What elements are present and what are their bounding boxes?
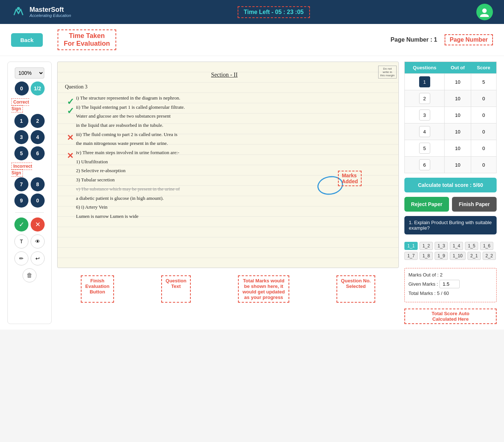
num-btn-5[interactable]: 5 (14, 146, 28, 160)
divider-1 (15, 212, 44, 213)
given-marks-input[interactable] (439, 280, 460, 288)
finish-paper-button[interactable]: Finish Paper (452, 197, 497, 212)
q-cell: 5 (405, 140, 445, 157)
question-text-annotation: QuestionText (161, 275, 191, 303)
chip-1-10[interactable]: 1_10 (450, 252, 466, 260)
table-row: 2 10 0 (405, 90, 497, 107)
out-of-cell: 10 (445, 123, 471, 140)
cross-button[interactable]: ✕ (31, 217, 45, 232)
q-button-5[interactable]: 5 (419, 143, 430, 154)
total-marks-row: Total Marks : 5 / 60 (408, 290, 493, 296)
sub-question-chips: 1_1 1_2 1_3 1_4 1_5 1_6 1_7 1_8 1_9 1_10… (404, 242, 497, 260)
main-content: 100% 50% 75% 125% 150% 0 1/2 CorrectSign… (0, 56, 504, 330)
check-cross-buttons: ✓ ✕ (14, 217, 45, 232)
table-row: 1 10 5 (405, 74, 497, 90)
num-btn-1[interactable]: 1 (14, 114, 28, 128)
marks-info-panel: Marks Out of : 2 Given Marks : Total Mar… (404, 268, 497, 302)
chip-2-1[interactable]: 2_1 (467, 252, 481, 260)
answer-line-14: Lumen is narrow Lumen is wide (65, 212, 384, 221)
logo-text-area: MasterSoft Accelerating Education (30, 6, 71, 18)
section-title: Section - II (65, 69, 384, 80)
left-toolbar: 100% 50% 75% 125% 150% 0 1/2 CorrectSign… (7, 62, 52, 324)
score-cell: 0 (471, 123, 496, 140)
trash-button[interactable]: 🗑 (23, 268, 37, 282)
logo-sub: Accelerating Education (30, 13, 71, 18)
check-button[interactable]: ✓ (14, 217, 28, 232)
finish-eval-annotation: FinishEvaluationButton (81, 275, 114, 303)
paper-content: Section - II Question 3 ✓ i) The structu… (65, 69, 384, 221)
pencil-undo-buttons: ✏ ↩ (14, 251, 45, 265)
cross-mark-2: ✕ (67, 148, 73, 164)
col-questions: Questions (405, 62, 445, 74)
svg-point-2 (482, 8, 487, 13)
score-cell: 0 (471, 90, 496, 107)
out-of-cell: 10 (445, 140, 471, 157)
eye-button[interactable]: 👁 (31, 234, 45, 248)
time-taken-label: Time Taken For Evaluation (58, 29, 116, 50)
answer-line-3: Water and glucose are the two substances… (65, 112, 384, 121)
q-button-4[interactable]: 4 (419, 126, 430, 137)
num-btn-0[interactable]: 0 (31, 194, 45, 208)
chip-1-4[interactable]: 1_4 (450, 242, 463, 250)
score-table-body: 1 10 5 2 10 0 3 10 0 4 10 0 (405, 74, 497, 173)
marks-added-label: MarksAdded (338, 171, 362, 186)
answer-paper: Do notwrite inthis margin Section - II Q… (57, 62, 399, 268)
timer-display: Time Left - 05 : 23 :05 (238, 6, 310, 18)
q-button-3[interactable]: 3 (419, 109, 430, 121)
answer-line-4: in the liquid that are reabsorbed in the… (65, 121, 384, 130)
svg-point-1 (17, 7, 20, 10)
chip-1-9[interactable]: 1_9 (435, 252, 448, 260)
undo-button[interactable]: ↩ (31, 251, 45, 265)
zero-half-buttons: 0 1/2 (15, 81, 45, 95)
chip-2-2[interactable]: 2_2 (483, 252, 496, 260)
q-cell: 2 (405, 90, 445, 107)
chip-1-8[interactable]: 1_8 (420, 252, 433, 260)
q-cell: 6 (405, 157, 445, 173)
num-btn-2[interactable]: 2 (31, 114, 45, 128)
half-button[interactable]: 1/2 (31, 81, 45, 95)
answer-line-1: ✓ i) The structure represented in the di… (65, 94, 384, 103)
q-button-1[interactable]: 1 (419, 76, 430, 87)
zero-button[interactable]: 0 (15, 81, 29, 95)
answer-line-2: ✓ ii) The liquid entering part 1 is call… (65, 103, 384, 112)
check-mark-2: ✓ (67, 103, 74, 120)
zoom-select[interactable]: 100% 50% 75% 125% 150% (15, 67, 44, 79)
q-button-6[interactable]: 6 (419, 159, 430, 170)
num-btn-7[interactable]: 7 (14, 177, 28, 191)
chip-1-5[interactable]: 1_5 (465, 242, 478, 250)
text-tool-button[interactable]: T (14, 234, 28, 248)
chip-1-6[interactable]: 1_6 (480, 242, 493, 250)
chip-1-2[interactable]: 1_2 (420, 242, 433, 250)
reject-paper-button[interactable]: Reject Paper (404, 197, 449, 212)
number-grid-2: 7 8 9 0 (14, 177, 45, 208)
mastersoft-logo-icon (11, 5, 26, 20)
calculate-score-button[interactable]: Calculate total score : 5/60 (404, 178, 497, 192)
back-button[interactable]: Back (11, 33, 43, 47)
pencil-button[interactable]: ✏ (14, 251, 28, 265)
page-number-text: Page Number : 1 (391, 36, 437, 43)
answer-line-7: ✕ iv) Three main steps involved in urine… (65, 148, 384, 157)
q-cell: 3 (405, 107, 445, 123)
chip-1-1[interactable]: 1_1 (404, 242, 418, 250)
num-btn-3[interactable]: 3 (14, 130, 28, 144)
col-score: Score (471, 62, 496, 74)
answer-line-8: 1) Ultrafiltration (65, 157, 384, 167)
correct-sign-label: CorrectSign (11, 98, 29, 112)
num-btn-4[interactable]: 4 (31, 130, 45, 144)
number-grid: 1 2 3 4 5 6 (14, 114, 45, 160)
avatar[interactable] (476, 4, 493, 20)
page-number-section: Page Number : 1 Page Number (391, 34, 493, 45)
chip-1-7[interactable]: 1_7 (404, 252, 418, 260)
question-detail-panel: 1. Explain Product Burling with suitable… (404, 216, 497, 234)
num-btn-9[interactable]: 9 (14, 194, 28, 208)
chip-1-3[interactable]: 1_3 (435, 242, 448, 250)
text-eye-buttons: T 👁 (14, 234, 45, 248)
q-button-2[interactable]: 2 (419, 93, 430, 104)
score-cell: 5 (471, 74, 496, 90)
user-icon (479, 7, 490, 18)
out-of-cell: 10 (445, 107, 471, 123)
col-out-of: Out of (445, 62, 471, 74)
page-number-annotation: Page Number (445, 34, 493, 45)
num-btn-6[interactable]: 6 (31, 146, 45, 160)
num-btn-8[interactable]: 8 (31, 177, 45, 191)
